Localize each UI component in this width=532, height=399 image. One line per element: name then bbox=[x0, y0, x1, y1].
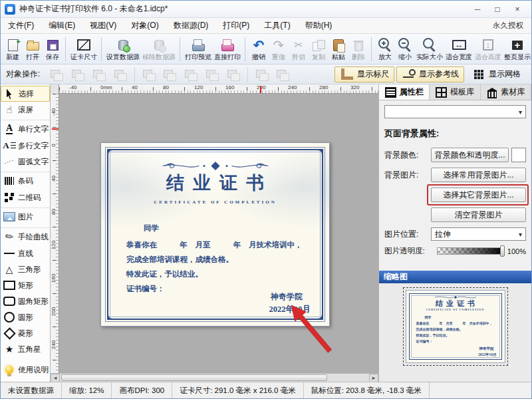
horizontal-scrollbar[interactable]: ◂ ▸ bbox=[51, 373, 378, 382]
scroll-right-arrow[interactable]: ▸ bbox=[369, 374, 378, 382]
certificate-line: 完成全部培训课程，成绩合格。 bbox=[126, 252, 313, 267]
fit-width-icon bbox=[450, 38, 467, 53]
object-selector-dropdown[interactable]: ▾ bbox=[384, 105, 526, 118]
opacity-slider[interactable] bbox=[437, 247, 504, 255]
window-title: 神奇证卡证书打印软件 6.0 - 未命名1.idcp* bbox=[19, 3, 168, 15]
certificate-line: 恭喜你在 年 月至 年 月技术培训中， bbox=[126, 237, 313, 252]
toolbar-button[interactable]: 设置数据源 bbox=[101, 37, 141, 61]
palette-tool[interactable]: 五角星 bbox=[1, 341, 50, 357]
set-datasource-icon bbox=[114, 38, 132, 53]
toolbar-button[interactable]: 保存 bbox=[43, 37, 63, 61]
slider-handle[interactable] bbox=[500, 245, 505, 257]
new-file-icon bbox=[4, 38, 21, 53]
toolbar-button[interactable]: 适合高度 bbox=[473, 37, 503, 61]
ruler-tick-label: 40 bbox=[132, 85, 138, 90]
palette-tool[interactable]: 二维码 bbox=[1, 190, 50, 205]
scroll-left-arrow[interactable]: ◂ bbox=[51, 374, 60, 382]
menu-item[interactable]: 对象(O) bbox=[124, 18, 166, 33]
palette-tool[interactable]: 矩形 bbox=[1, 277, 50, 293]
opacity-label: 图片透明度: bbox=[384, 246, 435, 256]
toolbar-button[interactable]: 实际大小 bbox=[415, 37, 444, 61]
view-toggle-button[interactable]: 显示标尺 bbox=[334, 66, 394, 82]
ruler-tick-label: 80 bbox=[163, 85, 169, 90]
palette-tool[interactable]: 圆形 bbox=[1, 309, 50, 325]
palette-tool[interactable]: 三角形 bbox=[1, 261, 50, 277]
ruler-tick-label: -40 bbox=[69, 85, 77, 90]
palette-tool[interactable]: 图片 bbox=[1, 207, 50, 225]
toolbar-button[interactable]: 直接打印 bbox=[213, 37, 242, 61]
toolbar-button[interactable]: 打印预览 bbox=[180, 37, 213, 61]
toolbar-button[interactable]: 撤销 bbox=[245, 37, 269, 61]
scrollbar-thumb[interactable] bbox=[61, 374, 327, 381]
image-position-dropdown[interactable]: 拉伸 ▾ bbox=[431, 227, 526, 241]
panel-tab[interactable]: 属性栏 bbox=[379, 84, 430, 100]
mini-certificate-issuer: 神奇学院 bbox=[479, 346, 494, 351]
menu-item[interactable]: 视图(V) bbox=[82, 18, 124, 33]
corner-ornament bbox=[107, 149, 116, 158]
redo-icon bbox=[270, 38, 287, 53]
full-page-icon bbox=[509, 38, 526, 53]
scrollbar-track[interactable] bbox=[60, 374, 369, 382]
design-canvas[interactable]: 结业证书 CERTIFICATE OF COMPLETION 同学 恭喜你在 年… bbox=[59, 94, 378, 373]
clear-bg-button[interactable]: 清空背景图片 bbox=[431, 207, 526, 222]
remove-datasource-icon bbox=[150, 38, 168, 53]
palette-tool[interactable]: 菱形 bbox=[1, 325, 50, 341]
menu-item[interactable]: 数据源(D) bbox=[166, 18, 216, 33]
template-library-icon bbox=[436, 87, 448, 98]
help-item[interactable]: 使用说明 bbox=[1, 362, 50, 378]
menu-item[interactable]: 帮助(H) bbox=[298, 18, 340, 33]
thumbnail-preview[interactable]: 结业证书 CERTIFICATE OF COMPLETION 同学 恭喜你在 年… bbox=[406, 290, 505, 363]
fit-height-icon bbox=[479, 38, 497, 53]
view-toggle-button[interactable]: 显示参考线 bbox=[396, 66, 464, 82]
bg-color-button[interactable]: 背景颜色和透明度... bbox=[431, 148, 509, 162]
palette-tool[interactable]: 条码 bbox=[1, 172, 50, 190]
menu-item[interactable]: 编辑(E) bbox=[41, 18, 82, 33]
cut-icon bbox=[290, 38, 307, 53]
circle-icon bbox=[2, 311, 17, 324]
palette-tool[interactable]: 多行文字 bbox=[1, 138, 50, 154]
toolbar-button[interactable]: 复制 bbox=[309, 37, 329, 61]
view-toggle-button[interactable]: 显示网格 bbox=[466, 66, 526, 82]
bg-color-swatch[interactable] bbox=[511, 148, 526, 162]
choose-common-bg-button[interactable]: 选择常用背景图片... bbox=[431, 168, 526, 182]
certificate-page[interactable]: 结业证书 CERTIFICATE OF COMPLETION 同学 恭喜你在 年… bbox=[100, 142, 330, 327]
ruler-tick-label: 120 bbox=[51, 241, 57, 250]
select-cursor-icon bbox=[3, 87, 17, 100]
toolbar-button[interactable]: 打开 bbox=[23, 37, 43, 61]
palette-tool[interactable]: 圆角矩形 bbox=[1, 293, 50, 309]
mini-certificate-body: 恭喜你在 年 月至 年 月技术培训中，完成全部培训课程，成绩合格。特发此证，予以… bbox=[416, 321, 497, 344]
ruler-tick-label: 320 bbox=[350, 85, 359, 90]
toolbar-button[interactable]: 新建 bbox=[3, 37, 23, 61]
palette-tool[interactable]: 滚屏 bbox=[1, 102, 50, 118]
palette-tool[interactable]: 单行文字 bbox=[1, 120, 50, 138]
palette-tool[interactable]: 选择 bbox=[1, 86, 50, 102]
toolbar-button[interactable]: 重做 bbox=[269, 37, 289, 61]
panel-tab[interactable]: 素材库 bbox=[481, 84, 531, 100]
maximize-button[interactable]: □ bbox=[487, 1, 507, 17]
toolbar-button[interactable]: 剪切 bbox=[289, 37, 309, 61]
align-center-icon bbox=[161, 67, 178, 82]
toolbar-button[interactable]: 粘贴 bbox=[329, 37, 348, 61]
menu-item[interactable]: 工具(T) bbox=[257, 18, 297, 33]
star-icon bbox=[2, 342, 17, 356]
close-button[interactable]: × bbox=[507, 1, 527, 17]
panel-tab[interactable]: 模板库 bbox=[430, 84, 480, 100]
palette-tool[interactable]: 直线 bbox=[1, 245, 50, 261]
toolbar-button[interactable]: 放大 bbox=[371, 37, 395, 61]
toolbar-button[interactable]: 证卡尺寸 bbox=[65, 37, 98, 61]
status-cell: 缩放: 12% bbox=[62, 382, 112, 398]
certificate-date: 2022年10月 bbox=[269, 304, 311, 315]
minimize-button[interactable]: ─ bbox=[467, 1, 487, 17]
menu-item[interactable]: 文件(F) bbox=[1, 18, 41, 33]
toolbar-button[interactable]: 缩小 bbox=[395, 37, 415, 61]
toolbar-button[interactable]: 适合宽度 bbox=[444, 37, 473, 61]
toolbar-button[interactable]: 整页显示 bbox=[503, 37, 531, 61]
main-toolbar: 新建 打开 保存 证卡尺寸 设置数据源 bbox=[1, 34, 531, 65]
palette-tool[interactable]: 手绘曲线 bbox=[1, 227, 50, 245]
menu-item[interactable]: 打印(P) bbox=[215, 18, 257, 33]
properties-icon bbox=[385, 87, 397, 98]
palette-tool[interactable]: 圆弧文字 bbox=[1, 154, 50, 170]
toolbar-button[interactable]: 删除 bbox=[348, 37, 368, 61]
choose-other-bg-button[interactable]: 选择其它背景图片... bbox=[431, 188, 526, 202]
toolbar-button[interactable]: 移除数据源 bbox=[141, 37, 177, 61]
